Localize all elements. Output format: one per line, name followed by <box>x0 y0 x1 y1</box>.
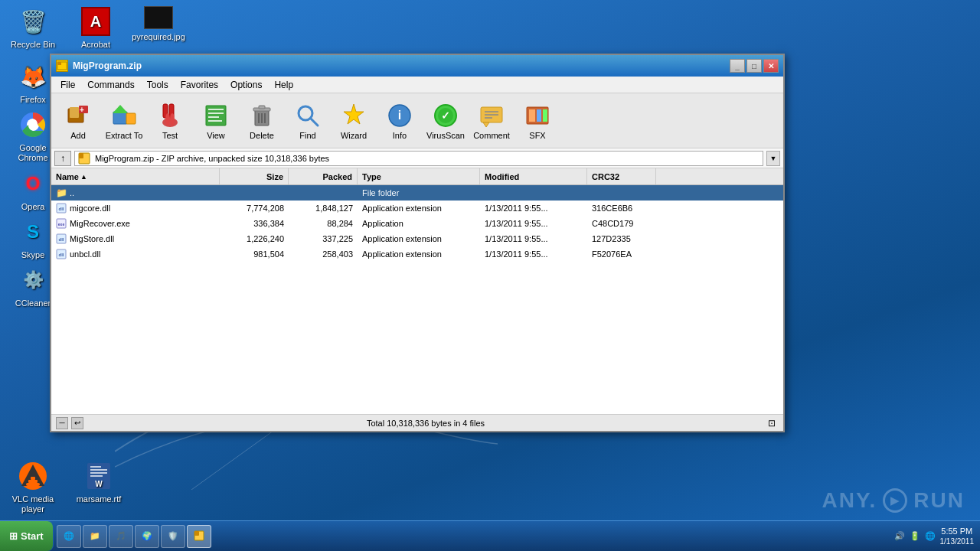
status-icons: ─ ↩ <box>56 417 83 429</box>
minimize-button[interactable]: _ <box>730 59 745 73</box>
svg-rect-32 <box>208 120 222 122</box>
toolbar-sfx-button[interactable]: SFX <box>515 97 560 145</box>
toolbar-test-button[interactable]: Test <box>148 97 192 145</box>
resize-handle[interactable]: ⊡ <box>768 418 779 429</box>
table-row[interactable]: dll migcore.dll 7,774,208 1,848,127 Appl… <box>51 201 783 216</box>
toolbar-wizard-button[interactable]: Wizard <box>332 97 376 145</box>
word-icon: W <box>83 461 114 491</box>
svg-rect-28 <box>206 106 226 126</box>
toolbar-wizard-label: Wizard <box>341 131 367 140</box>
toolbar-extract-button[interactable]: Extract To <box>102 97 146 145</box>
taskbar-explorer-button[interactable]: 📁 <box>83 525 107 548</box>
col-header-size[interactable]: Size <box>220 168 289 184</box>
col-header-packed[interactable]: Packed <box>289 168 358 184</box>
svg-rect-31 <box>208 116 219 118</box>
svg-marker-41 <box>344 104 364 124</box>
toolbar-virusscan-button[interactable]: ✓ VirusScan <box>423 97 468 145</box>
menu-commands[interactable]: Commands <box>81 78 140 92</box>
taskbar-ie-button[interactable]: 🌐 <box>57 525 81 548</box>
col-header-type[interactable]: Type <box>358 168 480 184</box>
antivirus-icon: 🛡️ <box>168 531 178 541</box>
table-row[interactable]: dll unbcl.dll 981,504 258,403 Applicatio… <box>51 246 783 262</box>
menu-favorites[interactable]: Favorites <box>175 78 224 92</box>
table-row[interactable]: exe MigRecover.exe 336,384 88,284 Applic… <box>51 216 783 231</box>
toolbar-delete-button[interactable]: Delete <box>240 97 284 145</box>
address-dropdown[interactable]: ▼ <box>766 151 780 166</box>
vlc-icon <box>18 461 48 491</box>
maximize-button[interactable]: □ <box>746 59 762 73</box>
toolbar-comment-button[interactable]: Comment <box>469 97 514 145</box>
menu-options[interactable]: Options <box>224 78 268 92</box>
taskbar: ⊞ Start 🌐 📁 🎵 🌍 🛡️ <box>0 520 980 551</box>
svg-marker-51 <box>483 122 489 127</box>
winrar-tb-icon <box>194 530 204 543</box>
taskbar-system-tray: 🔊 🔋 🌐 5:55 PM 1/13/2011 <box>888 526 981 546</box>
toolbar-comment-label: Comment <box>473 131 510 140</box>
acrobat-icon: A <box>80 6 111 37</box>
address-input[interactable]: MigProgram.zip - ZIP archive, unpacked s… <box>74 151 763 166</box>
toolbar-add-label: Add <box>70 131 86 140</box>
svg-text:✓: ✓ <box>441 109 450 122</box>
menu-file[interactable]: File <box>54 78 81 92</box>
toolbar-info-button[interactable]: i Info <box>377 97 422 145</box>
dll3-icon: dll <box>56 249 67 259</box>
find-icon <box>294 102 322 129</box>
desktop-icon-vlc[interactable]: VLC media player <box>6 461 60 514</box>
desktop-icon-pyrequired[interactable]: pyrequired.jpg <box>132 6 185 42</box>
taskbar-chrome-button[interactable]: 🌍 <box>135 525 159 548</box>
status-icon-1[interactable]: ─ <box>56 417 68 429</box>
col-header-modified[interactable]: Modified <box>480 168 587 184</box>
anyrun-play-icon: ▶ <box>883 488 907 513</box>
table-row[interactable]: dll MigStore.dll 1,226,240 337,225 Appli… <box>51 231 783 246</box>
view-icon <box>202 102 230 129</box>
taskbar-winrar-button[interactable] <box>187 525 211 548</box>
svg-text:exe: exe <box>58 222 65 227</box>
taskbar-antivirus-button[interactable]: 🛡️ <box>161 525 185 548</box>
back-button[interactable]: ↑ <box>54 151 71 166</box>
svg-point-2 <box>28 120 38 129</box>
svg-rect-9 <box>90 466 101 468</box>
svg-rect-30 <box>208 112 224 114</box>
firefox-icon: 🦊 <box>18 61 48 92</box>
tray-icon-3: 🌐 <box>925 531 936 541</box>
taskbar-media-button[interactable]: 🎵 <box>109 525 133 548</box>
toolbar-virusscan-label: VirusScan <box>426 131 465 140</box>
svg-rect-67 <box>194 531 199 536</box>
opera-label: Opera <box>21 202 45 212</box>
test-icon <box>156 102 184 129</box>
svg-line-40 <box>311 119 318 126</box>
file-list-container: Name ▲ Size Packed Type Modified CRC32 <box>51 168 783 414</box>
toolbar-find-label: Find <box>299 131 315 140</box>
toolbar-extract-label: Extract To <box>106 131 143 140</box>
toolbar-add-button[interactable]: + Add <box>56 97 100 145</box>
desktop-icon-acrobat[interactable]: A Acrobat <box>69 6 122 50</box>
file-list-body: 📁 .. File folder dll <box>51 185 783 414</box>
col-header-name[interactable]: Name ▲ <box>51 168 220 184</box>
svg-rect-53 <box>529 109 535 122</box>
col-header-crc32[interactable]: CRC32 <box>587 168 656 184</box>
svg-rect-11 <box>90 472 107 474</box>
taskbar-clock: 5:55 PM 1/13/2011 <box>940 526 975 546</box>
status-icon-2[interactable]: ↩ <box>71 417 83 429</box>
taskbar-apps: 🌐 📁 🎵 🌍 🛡️ <box>54 521 214 551</box>
svg-rect-17 <box>70 107 79 118</box>
taskbar-time-display: 5:55 PM <box>940 526 975 536</box>
toolbar-view-button[interactable]: View <box>194 97 238 145</box>
table-row[interactable]: 📁 .. File folder <box>51 185 783 201</box>
menu-help[interactable]: Help <box>268 78 299 92</box>
toolbar-find-button[interactable]: Find <box>286 97 330 145</box>
svg-text:+: + <box>80 106 84 114</box>
desktop-icon-recycle-bin[interactable]: 🗑️ Recycle Bin <box>6 6 60 50</box>
recycle-bin-icon: 🗑️ <box>18 6 48 37</box>
chrome-icon <box>18 109 48 140</box>
file-list-header: Name ▲ Size Packed Type Modified CRC32 <box>51 168 783 185</box>
menu-tools[interactable]: Tools <box>141 78 175 92</box>
desktop-icon-marsame[interactable]: W marsame.rtf <box>72 461 126 514</box>
svg-rect-20 <box>113 112 127 124</box>
tray-icon-1: 🔊 <box>894 531 905 541</box>
toolbar-view-label: View <box>207 131 225 140</box>
desktop: 🗑️ Recycle Bin A Acrobat pyrequired.jpg … <box>0 0 980 551</box>
close-button[interactable]: ✕ <box>763 59 779 73</box>
image-icon <box>144 6 173 29</box>
start-button[interactable]: ⊞ Start <box>0 521 54 551</box>
